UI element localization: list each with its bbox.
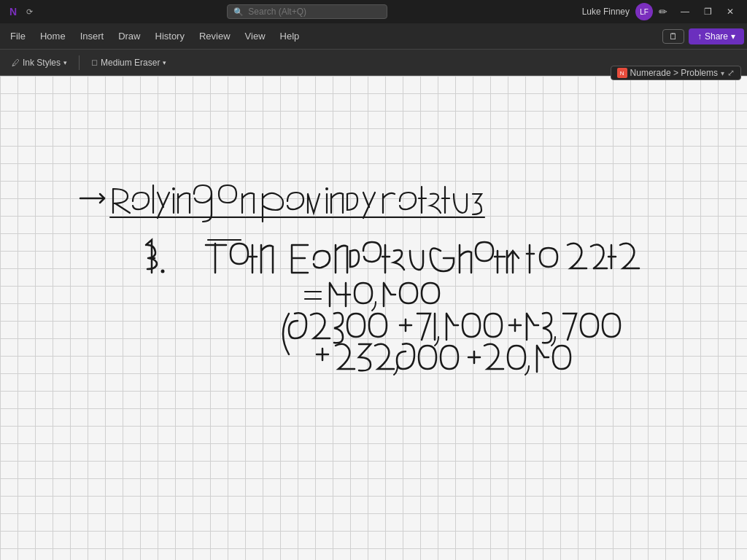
title-bar-center: 🔍 (33, 4, 582, 19)
share-button[interactable]: ↑ Share ▾ (689, 28, 744, 44)
pen-icon: ✏ (659, 6, 667, 18)
breadcrumb-chevron-icon: ▾ (721, 69, 724, 77)
ink-styles-button[interactable]: 🖊 Ink Styles ▾ (6, 55, 73, 70)
breadcrumb[interactable]: N Numerade > Problems ▾ ⤢ (611, 66, 741, 80)
window-controls: — ❐ ✕ (673, 7, 741, 17)
user-name: Luke Finney (582, 7, 630, 17)
breadcrumb-expand-icon[interactable]: ⤢ (727, 68, 735, 78)
menu-view[interactable]: View (238, 28, 273, 44)
numerade-icon: N (617, 68, 627, 78)
title-bar-right: Luke Finney LF ✏ — ❐ ✕ (582, 3, 741, 20)
svg-point-4 (161, 270, 165, 273)
menu-review[interactable]: Review (192, 28, 238, 44)
ink-styles-chevron-icon: ▾ (63, 59, 67, 66)
title-bar: N ⟳ 🔍 Luke Finney LF ✏ — ❐ ✕ (0, 0, 747, 23)
menu-history[interactable]: History (148, 28, 192, 44)
eraser-chevron-icon: ▾ (163, 59, 166, 66)
medium-eraser-button[interactable]: ◻ Medium Eraser ▾ (85, 55, 172, 70)
share-chevron-icon: ▾ (731, 31, 735, 42)
ink-styles-label: Ink Styles (23, 58, 61, 68)
eraser-label: Medium Eraser (101, 58, 160, 68)
onenote-icon: N (6, 4, 20, 19)
menu-help[interactable]: Help (273, 28, 307, 44)
maximize-button[interactable]: ❐ (697, 7, 719, 17)
handwriting-canvas (0, 76, 747, 560)
search-box[interactable]: 🔍 (227, 4, 387, 19)
menu-home[interactable]: Home (33, 28, 73, 44)
eraser-icon: ◻ (91, 58, 98, 67)
menu-bar: File Home Insert Draw History Review Vie… (0, 23, 747, 50)
svg-point-2 (325, 187, 328, 190)
breadcrumb-text: Numerade > Problems (630, 68, 718, 78)
minimize-button[interactable]: — (673, 7, 697, 17)
notebook-button[interactable]: 🗒 (662, 29, 684, 44)
search-icon: 🔍 (233, 7, 244, 17)
share-label: Share (705, 31, 728, 42)
loading-spinner: ⟳ (26, 7, 33, 17)
menu-insert[interactable]: Insert (73, 28, 112, 44)
toolbar-divider (79, 55, 80, 70)
title-bar-left: N ⟳ (6, 4, 33, 19)
ink-icon: 🖊 (12, 58, 20, 67)
close-button[interactable]: ✕ (719, 7, 741, 17)
svg-point-1 (172, 187, 175, 190)
search-input[interactable] (248, 7, 365, 17)
canvas-area[interactable] (0, 76, 747, 560)
menu-draw[interactable]: Draw (111, 28, 147, 44)
menu-bar-right: 🗒 ↑ Share ▾ (662, 28, 744, 44)
share-icon: ↑ (697, 31, 702, 42)
user-avatar: LF (635, 3, 653, 20)
menu-file[interactable]: File (3, 28, 33, 44)
